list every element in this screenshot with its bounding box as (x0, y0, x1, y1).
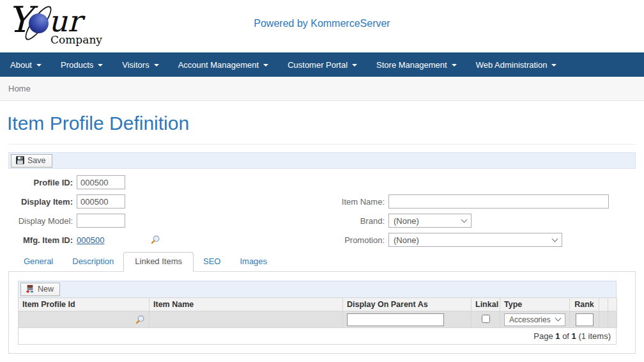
display-item-field[interactable] (77, 194, 125, 209)
row-display-on-parent-cell (343, 311, 471, 328)
breadcrumb-home-link[interactable]: Home (8, 84, 31, 93)
tab-description[interactable]: Description (63, 252, 123, 271)
row-rank-cell (570, 311, 599, 328)
nav-item-label: Products (61, 60, 93, 70)
save-icon (16, 156, 24, 164)
nav-item-products[interactable]: Products (51, 52, 112, 77)
col-type: Type (500, 298, 570, 311)
brand-select[interactable]: (None) (388, 214, 471, 228)
logo-subtitle: Company (50, 33, 102, 46)
search-icon (135, 315, 145, 325)
save-toolbar: Save (8, 152, 636, 169)
col-linkal: Linkal (471, 298, 500, 311)
promotion-label: Promotion: (341, 235, 388, 245)
breadcrumb: Home (0, 77, 644, 101)
linked-items-table: Item Profile Id Item Name Display On Par… (18, 297, 617, 328)
chevron-down-icon (555, 315, 562, 322)
display-item-label: Display Item: (8, 197, 77, 207)
type-select[interactable]: Accessories (504, 313, 565, 326)
caret-down-icon (352, 64, 357, 67)
chevron-down-icon (461, 216, 468, 223)
caret-down-icon (98, 64, 103, 67)
row-linkal-cell (471, 311, 500, 328)
pager-of-word: of (560, 331, 572, 341)
row-spare-cell-2 (608, 311, 617, 328)
table-row: Accessories (19, 311, 617, 328)
form-right-column: Item Name: Brand: (None) Promotion: (Non… (341, 192, 636, 249)
grid-pager: Page 1 of 1 (1 items) (18, 328, 617, 345)
nav-item-label: Account Management (178, 60, 259, 70)
col-spare-2 (608, 298, 617, 311)
tab-seo[interactable]: SEO (194, 252, 230, 271)
linked-items-grid: New Item Profile Id Item Name Display On… (18, 281, 617, 345)
page-title: Item Profile Definition (7, 112, 636, 135)
pager-page-word: Page (533, 331, 555, 341)
nav-item-visitors[interactable]: Visitors (112, 52, 168, 77)
nav-item-label: About (10, 60, 32, 70)
mfg-item-id-label: Mfg. Item ID: (8, 235, 77, 245)
nav-item-web-administration[interactable]: Web Administration (466, 52, 567, 77)
profile-id-field[interactable] (77, 175, 125, 189)
pager-total-pages: 1 (572, 331, 576, 341)
row-search-button[interactable] (135, 314, 145, 324)
caret-down-icon (551, 64, 556, 67)
nav-item-label: Visitors (122, 60, 149, 70)
profile-id-label: Profile ID: (8, 178, 77, 187)
col-display-on-parent-as: Display On Parent As (343, 298, 471, 311)
tab-images[interactable]: Images (230, 252, 277, 271)
caret-down-icon (452, 64, 457, 67)
brand-select-value: (None) (394, 216, 419, 226)
powered-by-text: Powered by KommerceServer (0, 18, 644, 29)
linkal-checkbox[interactable] (482, 315, 490, 323)
col-item-profile-id: Item Profile Id (19, 298, 150, 311)
main-nav: About Products Visitors Account Manageme… (0, 52, 644, 77)
chevron-down-icon (552, 235, 558, 242)
nav-item-label: Customer Portal (288, 60, 348, 70)
row-item-name-cell (150, 311, 343, 328)
tab-linked-items[interactable]: Linked Items (123, 252, 194, 272)
page-header: Y ur Company Powered by KommerceServer (0, 0, 644, 52)
nav-item-about[interactable]: About (1, 52, 51, 77)
item-name-label: Item Name: (341, 197, 388, 207)
col-rank: Rank (570, 298, 599, 311)
mfg-item-search-button[interactable] (150, 235, 160, 246)
col-item-name: Item Name (150, 298, 343, 311)
linked-items-panel: New Item Profile Id Item Name Display On… (8, 271, 636, 354)
new-button[interactable]: New (20, 283, 60, 296)
save-button[interactable]: Save (11, 154, 52, 168)
col-spare-1 (599, 298, 608, 311)
tab-general[interactable]: General (14, 252, 63, 271)
promotion-select[interactable]: (None) (388, 233, 562, 247)
save-button-label: Save (27, 156, 46, 165)
nav-item-store-management[interactable]: Store Management (367, 52, 466, 77)
row-type-cell: Accessories (500, 311, 570, 328)
promotion-select-value: (None) (394, 235, 419, 245)
caret-down-icon (154, 64, 159, 67)
pager-current-page: 1 (555, 331, 560, 341)
nav-item-customer-portal[interactable]: Customer Portal (278, 52, 367, 77)
row-spare-cell-1 (599, 311, 608, 328)
form-left-column: Profile ID: Display Item: Display Model:… (8, 173, 341, 249)
mfg-item-id-link[interactable]: 000500 (77, 235, 104, 245)
search-icon (150, 235, 160, 245)
item-profile-form: Profile ID: Display Item: Display Model:… (8, 173, 636, 249)
table-header-row: Item Profile Id Item Name Display On Par… (19, 298, 617, 311)
nav-item-label: Store Management (376, 60, 447, 70)
grid-toolbar: New (18, 281, 617, 298)
caret-down-icon (36, 64, 42, 67)
caret-down-icon (263, 64, 268, 67)
rank-input[interactable] (576, 313, 594, 326)
item-name-field[interactable] (388, 194, 609, 209)
row-profile-id-cell (19, 311, 150, 328)
detail-tabs: General Description Linked Items SEO Ima… (8, 252, 636, 271)
type-select-value: Accessories (509, 315, 551, 324)
display-model-field[interactable] (77, 214, 125, 228)
add-row-icon (26, 285, 34, 294)
new-button-label: New (38, 285, 54, 294)
nav-item-account-management[interactable]: Account Management (169, 52, 278, 77)
display-on-parent-as-input[interactable] (347, 313, 444, 326)
nav-item-label: Web Administration (476, 60, 548, 70)
title-divider (8, 144, 636, 145)
display-model-label: Display Model: (8, 216, 77, 226)
brand-label: Brand: (341, 216, 388, 226)
